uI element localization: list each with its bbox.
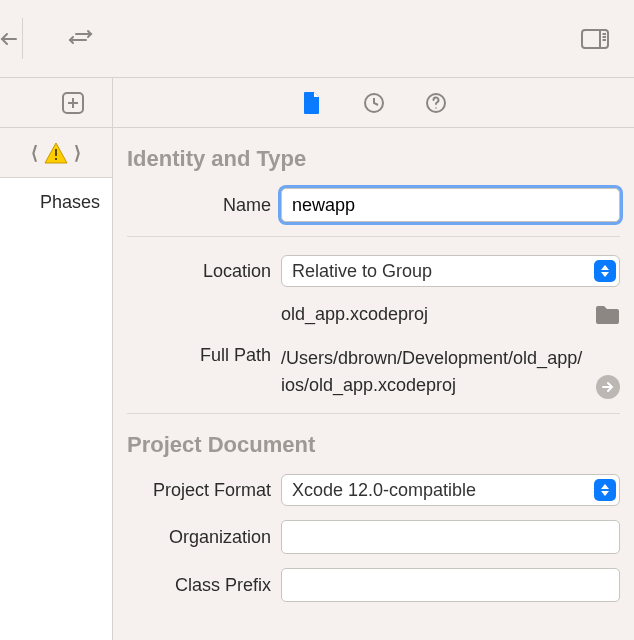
warning-icon	[44, 142, 68, 164]
inspector-panel: Identity and Type Name Location Relative…	[113, 128, 634, 640]
tab-build-phases[interactable]: Phases	[0, 192, 100, 213]
class-prefix-label: Class Prefix	[127, 575, 271, 596]
nav-breadcrumb-bar: ⟨ ⟩	[0, 128, 112, 178]
history-inspector-tab[interactable]	[362, 91, 386, 115]
divider	[127, 236, 620, 237]
reveal-arrow-button[interactable]	[596, 375, 620, 399]
folder-icon[interactable]	[594, 305, 620, 325]
inspector-tabbar	[113, 78, 634, 128]
location-label: Location	[127, 261, 271, 282]
name-label: Name	[127, 195, 271, 216]
toggle-editor-button[interactable]	[66, 22, 100, 56]
svg-rect-11	[55, 149, 57, 156]
class-prefix-input[interactable]	[281, 568, 620, 602]
project-format-label: Project Format	[127, 480, 271, 501]
organization-label: Organization	[127, 527, 271, 548]
section-project-doc-title: Project Document	[127, 432, 620, 458]
window-toolbar	[0, 0, 634, 78]
svg-rect-12	[55, 158, 57, 160]
stepper-icon	[594, 479, 616, 501]
fullpath-text: /Users/dbrown/Development/old_app/ios/ol…	[281, 345, 586, 399]
divider	[127, 413, 620, 414]
panel-toggle-button[interactable]	[578, 22, 612, 56]
fullpath-label: Full Path	[127, 345, 271, 366]
project-format-value: Xcode 12.0-compatible	[292, 480, 476, 501]
location-select-value: Relative to Group	[292, 261, 432, 282]
location-path-text: old_app.xcodeproj	[281, 301, 590, 328]
editor-tabs-area: Phases	[0, 178, 112, 640]
help-inspector-tab[interactable]	[424, 91, 448, 115]
left-navigator: ⟨ ⟩ Phases	[0, 78, 113, 640]
organization-input[interactable]	[281, 520, 620, 554]
name-input[interactable]	[281, 188, 620, 222]
svg-point-15	[435, 107, 437, 109]
add-file-button[interactable]	[56, 86, 90, 120]
toolbar-divider	[22, 18, 23, 59]
chevron-right-icon[interactable]: ⟩	[74, 142, 81, 164]
project-format-select[interactable]: Xcode 12.0-compatible	[281, 474, 620, 506]
stepper-icon	[594, 260, 616, 282]
chevron-left-icon[interactable]: ⟨	[31, 142, 38, 164]
file-inspector-tab[interactable]	[300, 91, 324, 115]
section-identity-title: Identity and Type	[127, 146, 620, 172]
location-select[interactable]: Relative to Group	[281, 255, 620, 287]
